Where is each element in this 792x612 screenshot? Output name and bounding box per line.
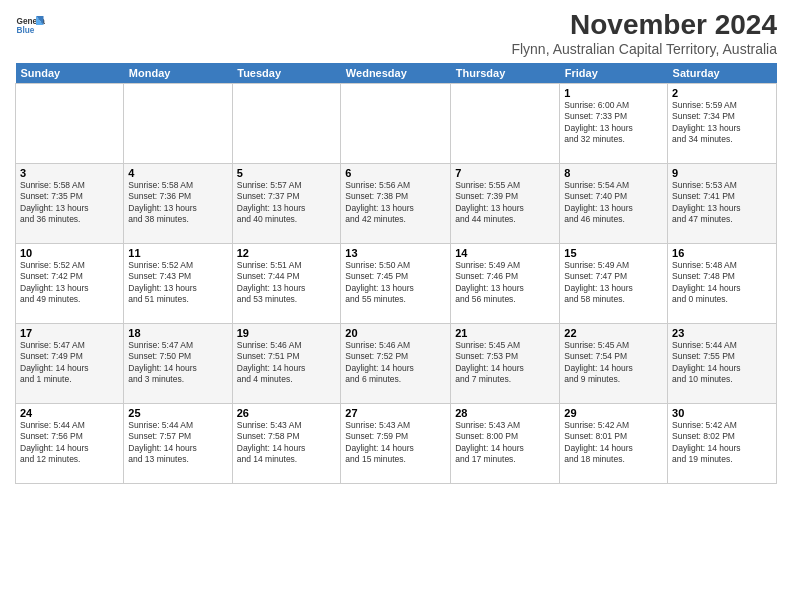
day-number: 11: [128, 247, 227, 259]
calendar-cell: 9Sunrise: 5:53 AM Sunset: 7:41 PM Daylig…: [668, 163, 777, 243]
day-info: Sunrise: 5:56 AM Sunset: 7:38 PM Dayligh…: [345, 180, 446, 226]
location-subtitle: Flynn, Australian Capital Territory, Aus…: [511, 41, 777, 57]
day-info: Sunrise: 5:46 AM Sunset: 7:52 PM Dayligh…: [345, 340, 446, 386]
day-info: Sunrise: 5:45 AM Sunset: 7:54 PM Dayligh…: [564, 340, 663, 386]
day-number: 21: [455, 327, 555, 339]
calendar-cell: [124, 83, 232, 163]
day-info: Sunrise: 5:43 AM Sunset: 7:58 PM Dayligh…: [237, 420, 337, 466]
calendar-cell: [232, 83, 341, 163]
day-info: Sunrise: 5:52 AM Sunset: 7:42 PM Dayligh…: [20, 260, 119, 306]
calendar-cell: 17Sunrise: 5:47 AM Sunset: 7:49 PM Dayli…: [16, 323, 124, 403]
logo: General Blue: [15, 10, 45, 40]
day-number: 30: [672, 407, 772, 419]
day-number: 14: [455, 247, 555, 259]
day-number: 20: [345, 327, 446, 339]
calendar-cell: 26Sunrise: 5:43 AM Sunset: 7:58 PM Dayli…: [232, 403, 341, 483]
title-area: November 2024 Flynn, Australian Capital …: [511, 10, 777, 57]
day-number: 10: [20, 247, 119, 259]
day-info: Sunrise: 6:00 AM Sunset: 7:33 PM Dayligh…: [564, 100, 663, 146]
day-info: Sunrise: 5:48 AM Sunset: 7:48 PM Dayligh…: [672, 260, 772, 306]
calendar-cell: 22Sunrise: 5:45 AM Sunset: 7:54 PM Dayli…: [560, 323, 668, 403]
calendar-cell: 24Sunrise: 5:44 AM Sunset: 7:56 PM Dayli…: [16, 403, 124, 483]
calendar-cell: 19Sunrise: 5:46 AM Sunset: 7:51 PM Dayli…: [232, 323, 341, 403]
day-info: Sunrise: 5:49 AM Sunset: 7:47 PM Dayligh…: [564, 260, 663, 306]
calendar-cell: 8Sunrise: 5:54 AM Sunset: 7:40 PM Daylig…: [560, 163, 668, 243]
day-header-monday: Monday: [124, 63, 232, 84]
day-info: Sunrise: 5:42 AM Sunset: 8:02 PM Dayligh…: [672, 420, 772, 466]
day-number: 5: [237, 167, 337, 179]
calendar-cell: 27Sunrise: 5:43 AM Sunset: 7:59 PM Dayli…: [341, 403, 451, 483]
calendar-cell: 12Sunrise: 5:51 AM Sunset: 7:44 PM Dayli…: [232, 243, 341, 323]
month-title: November 2024: [511, 10, 777, 41]
day-header-sunday: Sunday: [16, 63, 124, 84]
day-number: 25: [128, 407, 227, 419]
day-number: 7: [455, 167, 555, 179]
day-number: 3: [20, 167, 119, 179]
calendar-cell: 18Sunrise: 5:47 AM Sunset: 7:50 PM Dayli…: [124, 323, 232, 403]
calendar-cell: 10Sunrise: 5:52 AM Sunset: 7:42 PM Dayli…: [16, 243, 124, 323]
day-number: 15: [564, 247, 663, 259]
day-info: Sunrise: 5:55 AM Sunset: 7:39 PM Dayligh…: [455, 180, 555, 226]
calendar-cell: 6Sunrise: 5:56 AM Sunset: 7:38 PM Daylig…: [341, 163, 451, 243]
day-info: Sunrise: 5:57 AM Sunset: 7:37 PM Dayligh…: [237, 180, 337, 226]
calendar-week-3: 10Sunrise: 5:52 AM Sunset: 7:42 PM Dayli…: [16, 243, 777, 323]
day-number: 29: [564, 407, 663, 419]
calendar-cell: 3Sunrise: 5:58 AM Sunset: 7:35 PM Daylig…: [16, 163, 124, 243]
day-number: 16: [672, 247, 772, 259]
day-number: 9: [672, 167, 772, 179]
day-number: 12: [237, 247, 337, 259]
svg-text:Blue: Blue: [17, 26, 35, 35]
logo-icon: General Blue: [15, 10, 45, 40]
day-header-saturday: Saturday: [668, 63, 777, 84]
day-info: Sunrise: 5:51 AM Sunset: 7:44 PM Dayligh…: [237, 260, 337, 306]
calendar-cell: 15Sunrise: 5:49 AM Sunset: 7:47 PM Dayli…: [560, 243, 668, 323]
calendar-cell: [16, 83, 124, 163]
calendar-cell: 29Sunrise: 5:42 AM Sunset: 8:01 PM Dayli…: [560, 403, 668, 483]
day-info: Sunrise: 5:54 AM Sunset: 7:40 PM Dayligh…: [564, 180, 663, 226]
day-number: 23: [672, 327, 772, 339]
day-number: 26: [237, 407, 337, 419]
day-number: 4: [128, 167, 227, 179]
day-info: Sunrise: 5:44 AM Sunset: 7:55 PM Dayligh…: [672, 340, 772, 386]
day-info: Sunrise: 5:58 AM Sunset: 7:35 PM Dayligh…: [20, 180, 119, 226]
day-info: Sunrise: 5:59 AM Sunset: 7:34 PM Dayligh…: [672, 100, 772, 146]
day-info: Sunrise: 5:45 AM Sunset: 7:53 PM Dayligh…: [455, 340, 555, 386]
calendar-header-row: SundayMondayTuesdayWednesdayThursdayFrid…: [16, 63, 777, 84]
calendar-cell: 20Sunrise: 5:46 AM Sunset: 7:52 PM Dayli…: [341, 323, 451, 403]
day-info: Sunrise: 5:44 AM Sunset: 7:56 PM Dayligh…: [20, 420, 119, 466]
day-number: 1: [564, 87, 663, 99]
day-info: Sunrise: 5:43 AM Sunset: 8:00 PM Dayligh…: [455, 420, 555, 466]
day-number: 22: [564, 327, 663, 339]
calendar-cell: 13Sunrise: 5:50 AM Sunset: 7:45 PM Dayli…: [341, 243, 451, 323]
day-number: 8: [564, 167, 663, 179]
calendar-cell: 5Sunrise: 5:57 AM Sunset: 7:37 PM Daylig…: [232, 163, 341, 243]
calendar-cell: 4Sunrise: 5:58 AM Sunset: 7:36 PM Daylig…: [124, 163, 232, 243]
calendar-cell: [451, 83, 560, 163]
day-number: 19: [237, 327, 337, 339]
calendar-cell: 14Sunrise: 5:49 AM Sunset: 7:46 PM Dayli…: [451, 243, 560, 323]
day-info: Sunrise: 5:46 AM Sunset: 7:51 PM Dayligh…: [237, 340, 337, 386]
calendar-cell: 21Sunrise: 5:45 AM Sunset: 7:53 PM Dayli…: [451, 323, 560, 403]
day-info: Sunrise: 5:50 AM Sunset: 7:45 PM Dayligh…: [345, 260, 446, 306]
calendar-cell: [341, 83, 451, 163]
day-number: 13: [345, 247, 446, 259]
day-info: Sunrise: 5:47 AM Sunset: 7:49 PM Dayligh…: [20, 340, 119, 386]
day-info: Sunrise: 5:44 AM Sunset: 7:57 PM Dayligh…: [128, 420, 227, 466]
day-header-thursday: Thursday: [451, 63, 560, 84]
day-number: 6: [345, 167, 446, 179]
calendar-week-5: 24Sunrise: 5:44 AM Sunset: 7:56 PM Dayli…: [16, 403, 777, 483]
day-info: Sunrise: 5:52 AM Sunset: 7:43 PM Dayligh…: [128, 260, 227, 306]
day-number: 18: [128, 327, 227, 339]
calendar-week-1: 1Sunrise: 6:00 AM Sunset: 7:33 PM Daylig…: [16, 83, 777, 163]
calendar-cell: 16Sunrise: 5:48 AM Sunset: 7:48 PM Dayli…: [668, 243, 777, 323]
day-number: 24: [20, 407, 119, 419]
day-header-friday: Friday: [560, 63, 668, 84]
day-header-tuesday: Tuesday: [232, 63, 341, 84]
header: General Blue November 2024 Flynn, Austra…: [15, 10, 777, 57]
day-info: Sunrise: 5:58 AM Sunset: 7:36 PM Dayligh…: [128, 180, 227, 226]
calendar-cell: 1Sunrise: 6:00 AM Sunset: 7:33 PM Daylig…: [560, 83, 668, 163]
day-header-wednesday: Wednesday: [341, 63, 451, 84]
calendar-cell: 2Sunrise: 5:59 AM Sunset: 7:34 PM Daylig…: [668, 83, 777, 163]
calendar-cell: 7Sunrise: 5:55 AM Sunset: 7:39 PM Daylig…: [451, 163, 560, 243]
day-number: 17: [20, 327, 119, 339]
